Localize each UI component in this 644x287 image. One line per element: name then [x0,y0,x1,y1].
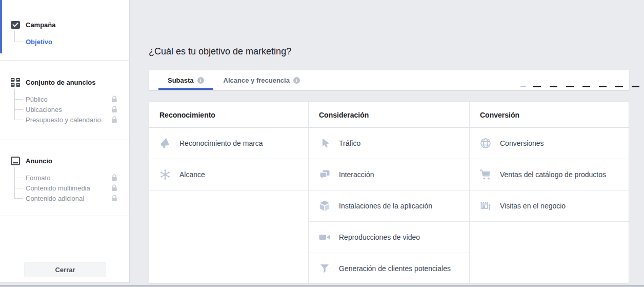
objective-label: Generación de clientes potenciales [339,264,451,273]
reach-network-icon [158,168,172,181]
objective-alcance[interactable]: Alcance [149,159,308,190]
lock-icon [111,195,117,202]
sidebar-item-ubicaciones[interactable]: Ubicaciones [26,104,124,114]
chat-bubbles-icon [318,168,331,181]
objective-reconocimiento-de-marca[interactable]: Reconocimiento de marca [149,128,308,159]
sidebar-item-publico[interactable]: Público [26,94,124,104]
video-camera-icon [318,231,331,244]
ad-frame-icon [11,157,20,165]
megaphone-icon [158,137,172,150]
column-header: Reconocimiento [149,102,308,128]
sidebar-item-label: Contenido adicional [26,195,84,202]
objective-visitas-en-el-negocio[interactable]: Visitas en el negocio [470,190,629,222]
sidebar-section-adset: Conjunto de anunciosPúblicoUbicacionesPr… [0,77,130,125]
shopping-cart-icon [479,168,492,181]
section-title: Anuncio [26,157,52,165]
lock-icon [111,174,117,181]
objective-reproducciones-de-video[interactable]: Reproducciones de video [309,222,469,253]
sidebar-section-items: PúblicoUbicacionesPresupuesto y calendar… [26,94,124,125]
tab-label: Alcance y frecuencia [224,76,290,84]
globe-icon [479,137,492,150]
sidebar-section-header-campaign[interactable]: Campaña [0,20,130,30]
sidebar-item-contenido-multimedia[interactable]: Contenido multimedia [26,183,124,193]
objective-instalaciones-de-la-aplicacion[interactable]: Instalaciones de la aplicación [309,190,469,222]
lock-icon [111,106,117,113]
tab-label: Subasta [168,76,194,84]
ads-manager-objective-screen: CampañaObjetivoConjunto de anunciosPúbli… [0,0,644,287]
sidebar-item-label: Formato [26,174,50,182]
objective-label: Alcance [179,170,205,179]
storefront-icon [479,199,492,213]
objective-label: Reproducciones de video [339,233,420,241]
objective-column-reconocimiento: ReconocimientoReconocimiento de marcaAlc… [149,102,309,283]
sidebar-item-objetivo[interactable]: Objetivo [26,36,124,47]
lock-icon [111,116,117,123]
tab-subasta[interactable]: Subastai [163,70,209,90]
sidebar-item-contenido-adicional[interactable]: Contenido adicional [26,193,124,203]
dashed-line-artifact-blue [520,86,526,87]
bottom-edge-line [0,285,644,286]
objective-column-conversion: ConversiónConversionesVentas del catálog… [470,102,629,283]
sidebar-section-header-ad[interactable]: Anuncio [0,156,130,166]
objective-label: Instalaciones de la aplicación [339,202,432,210]
sidebar-item-formato[interactable]: Formato [26,173,124,183]
sidebar-item-label: Público [26,95,48,103]
sidebar-section-header-adset[interactable]: Conjunto de anuncios [0,77,130,87]
cursor-icon [318,137,331,150]
objective-column-consideracion: ConsideraciónTráficoInteracciónInstalaci… [309,102,470,283]
column-header: Consideración [309,102,469,128]
sidebar-item-label: Ubicaciones [26,106,62,113]
sidebar-item-label: Presupuesto y calendario [26,116,101,124]
objective-generacion-de-clientes-potenciales[interactable]: Generación de clientes potenciales [309,253,469,283]
sidebar-divider [0,140,130,140]
objective-conversiones[interactable]: Conversiones [470,128,629,159]
objective-trafico[interactable]: Tráfico [309,128,469,159]
section-title: Campaña [26,21,56,29]
lock-icon [111,184,117,192]
tab-alcance-y-frecuencia[interactable]: Alcance y frecuenciai [219,70,305,90]
info-icon: i [293,77,300,84]
sidebar-section-campaign: CampañaObjetivo [0,20,130,47]
adset-grid-icon [11,78,20,87]
sidebar-section-items: Objetivo [26,36,124,47]
sidebar-section-items: FormatoContenido multimediaContenido adi… [26,173,124,203]
cube-icon [318,199,331,213]
lock-icon [111,95,117,103]
objective-label: Reconocimiento de marca [179,139,263,147]
funnel-icon [318,262,331,275]
campaign-check-icon [11,21,20,29]
page-title: ¿Cuál es tu objetivo de marketing? [149,46,291,57]
objective-label: Interacción [339,170,374,179]
objectives-table: ReconocimientoReconocimiento de marcaAlc… [149,102,629,283]
info-icon: i [197,77,204,84]
objective-interaccion[interactable]: Interacción [309,159,469,190]
objective-label: Visitas en el negocio [500,202,566,210]
sidebar-section-ad: AnuncioFormatoContenido multimediaConten… [0,156,130,203]
sidebar-item-label: Objetivo [26,38,52,46]
sidebar: CampañaObjetivoConjunto de anunciosPúbli… [0,0,130,283]
objective-label: Conversiones [500,139,544,147]
sidebar-item-presupuesto-y-calendario[interactable]: Presupuesto y calendario [26,114,124,125]
close-button[interactable]: Cerrar [24,262,106,277]
objective-label: Ventas del catálogo de productos [500,170,606,179]
sidebar-divider [0,60,130,61]
column-header: Conversión [470,102,629,128]
section-title: Conjunto de anuncios [26,79,96,86]
objective-ventas-del-catalogo-de-productos[interactable]: Ventas del catálogo de productos [470,159,629,190]
sidebar-divider [0,216,130,216]
objective-label: Tráfico [339,139,360,147]
sidebar-item-label: Contenido multimedia [26,184,90,192]
dashed-line-artifact [533,86,643,87]
